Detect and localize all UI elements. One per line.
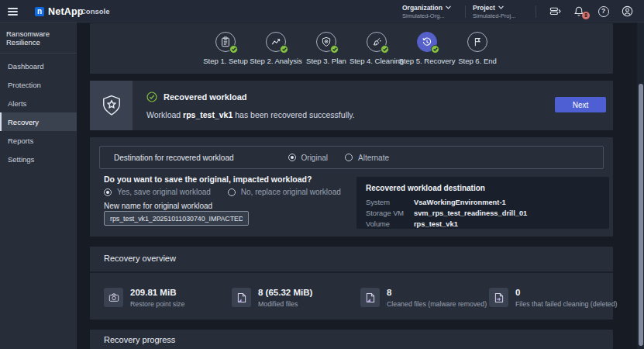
scrollbar-thumb[interactable] (639, 84, 643, 346)
sidebar: Ransomware Resilience Dashboard Protecti… (0, 22, 77, 349)
step-6-end[interactable]: Step 6. End (453, 32, 503, 65)
brand-name: NetApp (48, 6, 84, 17)
chevron-down-icon (446, 5, 451, 9)
step-3-plan[interactable]: Step 3. Plan (301, 32, 352, 65)
step-complete-badge (381, 45, 389, 54)
recovery-overview-card: Recovery overview 209.81 MiB Restore poi… (90, 247, 613, 320)
wizard-steps-card: Step 1. Setup Step 2. Analysis (90, 23, 613, 74)
step-complete-badge (280, 45, 288, 54)
help-question-glyph: ? (598, 6, 609, 17)
notification-count-badge: 8 (582, 12, 590, 19)
shield-gear-icon (321, 36, 332, 47)
vertical-scrollbar (637, 22, 644, 349)
user-avatar-icon[interactable] (622, 5, 633, 17)
broom-icon (371, 36, 382, 47)
table-row-storage-vm: Storage VM svm_rps_test_readiness_drill_… (366, 208, 600, 219)
table-row-system: System VsaWorkingEnvironment-1 (366, 197, 600, 208)
save-options-row: Yes, save original workload No, replace … (104, 188, 358, 196)
flag-icon (472, 36, 483, 47)
stat-restore-point-size: 209.81 MiB Restore point size (104, 288, 184, 308)
camera-icon (104, 288, 123, 307)
organization-label: Organization (402, 4, 443, 12)
organization-selector[interactable]: Organization Simulated-Org... (402, 4, 455, 19)
sidebar-item-protection[interactable]: Protection (0, 75, 77, 94)
sidebar-title: Ransomware Resilience (0, 22, 77, 54)
table-row-volume: Volume rps_test_vk1 (366, 219, 600, 230)
project-value: Simulated-Proj... (473, 12, 525, 19)
radio-alternate[interactable] (345, 154, 353, 161)
recovered-destination-table: Recovered workload destination System Vs… (356, 177, 609, 229)
destination-header: Destination for recovered workload Origi… (99, 146, 604, 169)
overview-title: Recovery overview (104, 254, 176, 263)
top-bar: n NetApp Console Organization Simulated-… (0, 0, 644, 22)
stat-modified-files: 8 (65.32 MiB) Modified files (232, 288, 312, 308)
next-button[interactable]: Next (555, 97, 606, 112)
step-2-analysis[interactable]: Step 2. Analysis (251, 32, 301, 65)
sidebar-item-recovery[interactable]: Recovery (0, 112, 77, 131)
recovered-workload-card: Recovered workload Workload rps_test_vk1… (90, 81, 613, 130)
help-icon[interactable]: ? (598, 5, 609, 17)
option-replace-original[interactable]: No, replace original workload (228, 188, 341, 196)
step-complete-badge (229, 45, 238, 54)
notifications-bell-icon[interactable]: 8 (573, 5, 585, 17)
clipboard-icon (220, 36, 231, 47)
organization-value: Simulated-Org... (402, 12, 455, 19)
sidebar-item-settings[interactable]: Settings (0, 150, 77, 168)
shield-star-icon (102, 95, 122, 116)
divider (536, 5, 536, 18)
trend-chart-icon (270, 36, 281, 47)
hamburger-menu-icon[interactable] (8, 6, 18, 16)
progress-title: Recovery progress (104, 335, 175, 344)
recovered-message: Workload rps_test_vk1 has been recovered… (146, 110, 355, 119)
new-name-label: New name for original workload (104, 202, 212, 210)
recovered-icon-box (90, 81, 133, 130)
destination-card: Destination for recovered workload Origi… (90, 137, 613, 237)
recovery-progress-card: Recovery progress (90, 330, 613, 349)
netapp-logo-icon: n (35, 7, 44, 16)
step-complete-badge (330, 45, 339, 54)
stat-failed-cleaning-files: 0 Files that failed cleaning (deleted) (489, 288, 618, 308)
console-label: Console (81, 7, 109, 16)
save-original-question: Do you want to save the original, impact… (104, 174, 312, 184)
step-complete-badge (431, 45, 439, 54)
destination-option-original[interactable]: Original (288, 154, 328, 162)
project-selector[interactable]: Project Simulated-Proj... (473, 4, 525, 19)
step-4-cleaning[interactable]: Step 4. Cleaning (352, 32, 402, 65)
sidebar-item-alerts[interactable]: Alerts (0, 94, 77, 112)
cleaned-file-icon (360, 288, 380, 307)
step-5-recovery[interactable]: Step 5. Recovery (402, 32, 453, 65)
project-label: Project (473, 4, 495, 12)
divider (90, 271, 613, 273)
stat-cleaned-files: 8 Cleaned files (malware removed) (360, 288, 487, 308)
destination-table-title: Recovered workload destination (366, 184, 600, 192)
netapp-logo[interactable]: n NetApp (35, 0, 84, 22)
app-window: n NetApp Console Organization Simulated-… (0, 0, 644, 349)
topbar-right-group: Organization Simulated-Org... Project Si… (402, 0, 644, 22)
divider (465, 5, 466, 18)
failed-file-icon (489, 288, 508, 307)
workload-name: rps_test_vk1 (183, 110, 232, 119)
radio-save-original[interactable] (104, 188, 112, 196)
option-save-original[interactable]: Yes, save original workload (104, 188, 211, 196)
chevron-down-icon (498, 5, 504, 9)
destination-option-alternate[interactable]: Alternate (345, 154, 389, 162)
modified-file-icon (232, 288, 251, 307)
workspace-switcher-icon[interactable] (549, 5, 561, 17)
new-name-input[interactable] (104, 211, 249, 226)
sidebar-item-dashboard[interactable]: Dashboard (0, 57, 77, 75)
success-check-icon (146, 92, 157, 102)
history-clock-icon (422, 36, 432, 47)
destination-header-label: Destination for recovered workload (114, 154, 234, 162)
step-wizard: Step 1. Setup Step 2. Analysis (90, 23, 613, 74)
recovered-title: Recovered workload (164, 92, 247, 102)
radio-replace-original[interactable] (228, 188, 236, 196)
radio-original[interactable] (288, 154, 296, 161)
step-1-setup[interactable]: Step 1. Setup (201, 32, 251, 65)
sidebar-item-reports[interactable]: Reports (0, 131, 77, 150)
